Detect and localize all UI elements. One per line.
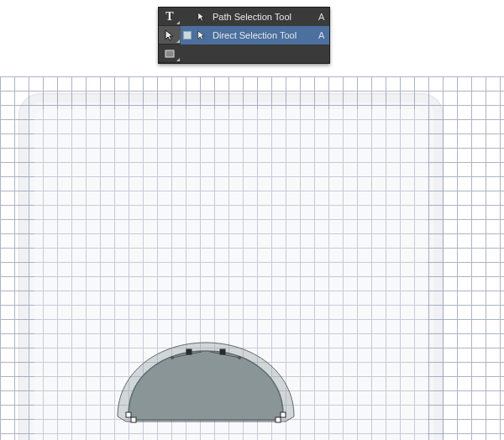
anchor-point[interactable]	[276, 417, 281, 422]
type-tool-slot[interactable]: T	[159, 8, 181, 26]
vector-shape[interactable]	[122, 346, 290, 430]
type-tool-icon: T	[165, 11, 173, 23]
flyout-item-shortcut: A	[318, 12, 324, 22]
flyout-item-label: Path Selection Tool	[213, 12, 313, 22]
flyout-item-shortcut: A	[318, 30, 324, 40]
flyout-indicator-icon	[176, 21, 180, 24]
anchor-point-selected[interactable]	[186, 349, 192, 354]
flyout-indicator-icon	[176, 58, 180, 61]
flyout-item-label: Direct Selection Tool	[213, 30, 313, 40]
anchor-point[interactable]	[126, 412, 131, 417]
path-selection-tool-slot[interactable]	[159, 26, 181, 45]
arrow-white-icon	[196, 29, 207, 41]
flyout-item-path-selection[interactable]: Path Selection Tool A	[181, 8, 329, 26]
flyout-item-direct-selection[interactable]: Direct Selection Tool A	[181, 26, 329, 45]
flyout-active-indicator	[184, 32, 191, 39]
handle-point[interactable]	[171, 356, 174, 359]
anchor-point-selected[interactable]	[220, 349, 225, 354]
anchor-point[interactable]	[131, 417, 136, 422]
tool-flyout-menu: Path Selection Tool A Direct Selection T…	[181, 8, 329, 63]
canvas[interactable]	[0, 76, 504, 440]
handle-point[interactable]	[238, 356, 241, 359]
flyout-indicator-icon	[176, 39, 180, 43]
rectangle-tool-icon	[164, 48, 176, 60]
tool-panel: T Path Selection Tool A	[158, 7, 330, 64]
flyout-active-indicator	[184, 13, 191, 20]
path-selection-icon	[164, 29, 176, 41]
svg-rect-0	[165, 50, 174, 57]
anchor-point[interactable]	[281, 412, 286, 417]
arrow-black-icon	[196, 11, 207, 23]
rectangle-tool-slot[interactable]	[159, 45, 181, 63]
tool-column: T	[159, 8, 181, 63]
